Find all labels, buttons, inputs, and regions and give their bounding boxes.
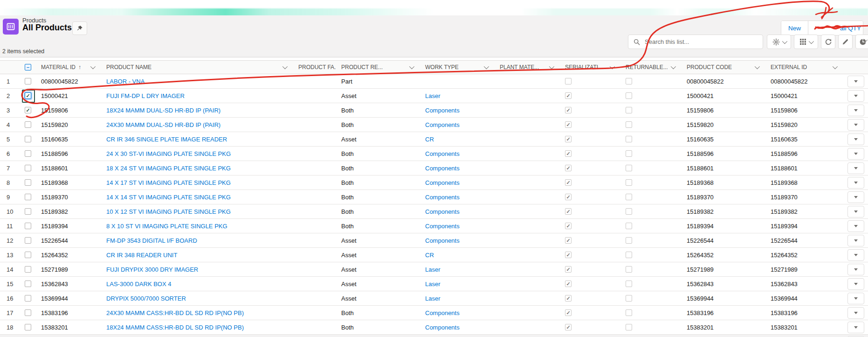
link-product_name[interactable]: 10 X 12 ST VI IMAGING PLATE SINGLE PKG [106, 208, 231, 215]
link-work_type[interactable]: Components [425, 179, 460, 186]
cell-returnable [620, 291, 681, 305]
row-actions-button[interactable] [847, 249, 864, 261]
column-header-product_name[interactable]: PRODUCT NAME [101, 61, 293, 74]
charts-button[interactable] [855, 35, 868, 49]
qty-button-scribbled[interactable]: ail QTY [808, 21, 863, 35]
column-header-product_family[interactable]: PRODUCT FA... [293, 61, 336, 74]
link-work_type[interactable]: Components [425, 165, 460, 172]
column-header-chevron-icon[interactable] [409, 64, 414, 69]
column-header-returnable[interactable]: RETURNABLE... [620, 61, 681, 74]
link-work_type[interactable]: Components [425, 208, 460, 215]
link-work_type[interactable]: Components [425, 324, 460, 331]
link-work_type[interactable]: CR [425, 252, 434, 259]
link-product_name[interactable]: 24X30 MAMM DUAL-SD HR-BD IP (PAIR) [106, 121, 220, 128]
link-product_name[interactable]: 18 X 24 ST VI IMAGING PLATE SINGLE PKG [106, 165, 231, 172]
row-actions-button[interactable] [847, 148, 864, 160]
link-product_name[interactable]: FUJI FM-DP L DRY IMAGER [106, 92, 185, 99]
link-product_name[interactable]: LAS-3000 DARK BOX 4 [106, 281, 171, 288]
column-header-chevron-icon[interactable] [610, 64, 615, 69]
link-work_type[interactable]: Components [425, 150, 460, 157]
row-actions-button[interactable] [847, 235, 864, 246]
link-product_name[interactable]: FUJI DRYPIX 3000 DRY IMAGER [106, 266, 198, 273]
column-header-external_id[interactable]: EXTERNAL ID [765, 61, 843, 74]
link-product_name[interactable]: 24 X 30 ST-VI IMAGING PLATE SINGLE PKG [106, 150, 231, 157]
inline-edit-button[interactable] [838, 35, 853, 49]
row-select-checkbox[interactable] [25, 295, 31, 302]
link-work_type[interactable]: Laser [425, 92, 441, 99]
link-work_type[interactable]: Laser [425, 281, 441, 288]
row-select-checkbox[interactable] [25, 266, 31, 273]
link-work_type[interactable]: Laser [425, 295, 441, 302]
link-work_type[interactable]: Components [425, 194, 460, 201]
link-product_name[interactable]: 14 X 14 ST VI IMAGING PLATE SINGLE PKG [106, 194, 231, 201]
column-header-product_record_type[interactable]: PRODUCT RE... [336, 61, 420, 74]
column-header-material_id[interactable]: MATERIAL ID↑ [35, 61, 101, 74]
link-work_type[interactable]: CR [425, 136, 434, 143]
row-actions-button[interactable] [847, 322, 864, 333]
row-actions-button[interactable] [847, 76, 864, 87]
link-work_type[interactable]: Components [425, 309, 460, 316]
row-select-checkbox[interactable]: ✓ [25, 107, 31, 113]
link-product_name[interactable]: 24X30 MAMM CASS:HR-BD DL SD RD IP(NO PB) [106, 309, 244, 316]
link-work_type[interactable]: Components [425, 121, 460, 128]
link-work_type[interactable]: Laser [425, 266, 441, 273]
link-product_name[interactable]: CR IR 348 READER UNIT [106, 252, 177, 259]
row-select-checkbox[interactable] [25, 78, 31, 84]
row-actions-button[interactable] [847, 177, 864, 189]
row-actions-button[interactable] [847, 162, 864, 174]
display-as-button[interactable] [794, 35, 818, 49]
search-input[interactable] [644, 38, 753, 46]
row-actions-button[interactable] [847, 278, 864, 290]
row-actions-button[interactable] [847, 293, 864, 304]
refresh-button[interactable] [821, 35, 835, 49]
column-header-chevron-icon[interactable] [833, 64, 838, 69]
link-work_type[interactable]: Components [425, 107, 460, 114]
column-header-chevron-icon[interactable] [90, 64, 96, 69]
column-header-work_type[interactable]: WORK TYPE [420, 61, 494, 74]
column-header-serialization[interactable]: SERIALIZATI... [559, 61, 620, 74]
link-product_name[interactable]: CR IR 346 SINGLE PLATE IMAGE READER [106, 136, 227, 143]
row-select-checkbox[interactable] [25, 252, 31, 258]
row-actions-button[interactable] [847, 220, 864, 232]
list-view-controls-button[interactable] [767, 35, 791, 49]
link-product_name[interactable]: DRYPIX 5000/7000 SORTER [106, 295, 186, 302]
row-actions-button[interactable] [847, 133, 864, 145]
select-all-checkbox[interactable]: – [25, 64, 31, 70]
row-select-checkbox[interactable] [25, 223, 31, 229]
link-product_name[interactable]: 18X24 MAMM CASS:HR-BD DL SD RD IP(NO PB) [106, 324, 244, 331]
row-actions-button[interactable] [847, 191, 864, 203]
row-select-checkbox[interactable] [25, 194, 31, 200]
row-select-checkbox[interactable] [25, 165, 31, 171]
column-header-chevron-icon[interactable] [549, 64, 554, 69]
row-select-checkbox[interactable] [25, 324, 31, 330]
row-actions-button[interactable] [847, 90, 864, 102]
link-work_type[interactable]: Components [425, 223, 460, 230]
row-select-checkbox[interactable] [25, 281, 31, 287]
link-product_name[interactable]: LABOR - VNA [106, 78, 145, 85]
row-select-checkbox[interactable] [25, 150, 31, 157]
column-header-plant_material[interactable]: PLANT MATE... [494, 61, 559, 74]
row-select-checkbox[interactable] [25, 237, 31, 244]
row-actions-button[interactable] [847, 307, 864, 319]
link-product_name[interactable]: 14 X 17 ST VI IMAGING PLATE SINGLE PKG [106, 179, 231, 186]
link-product_name[interactable]: 8 X 10 ST VI IMAGING PLATE SINGLE PKG [106, 223, 227, 230]
column-header-chevron-icon[interactable] [484, 64, 489, 69]
row-actions-button[interactable] [847, 119, 864, 131]
column-header-chevron-icon[interactable] [755, 64, 760, 69]
column-header-chevron-icon[interactable] [671, 64, 676, 69]
row-actions-button[interactable] [847, 206, 864, 218]
column-header-product_code[interactable]: PRODUCT CODE [681, 61, 765, 74]
row-actions-button[interactable] [847, 264, 864, 275]
row-select-checkbox[interactable] [25, 136, 31, 142]
link-product_name[interactable]: 18X24 MAMM DUAL-SD HR-BD IP (PAIR) [106, 107, 220, 114]
new-button[interactable]: New [781, 21, 808, 35]
link-work_type[interactable]: Components [425, 237, 460, 244]
row-select-checkbox[interactable] [25, 121, 31, 128]
column-header-chevron-icon[interactable] [282, 64, 288, 69]
row-select-checkbox[interactable] [25, 309, 31, 316]
row-select-checkbox[interactable] [25, 208, 31, 215]
row-actions-button[interactable] [847, 105, 864, 116]
link-product_name[interactable]: FM-DP 3543 DIGITAL I/F BOARD [106, 237, 197, 244]
row-select-checkbox[interactable] [25, 179, 31, 186]
pin-list-view-button[interactable] [72, 21, 87, 35]
